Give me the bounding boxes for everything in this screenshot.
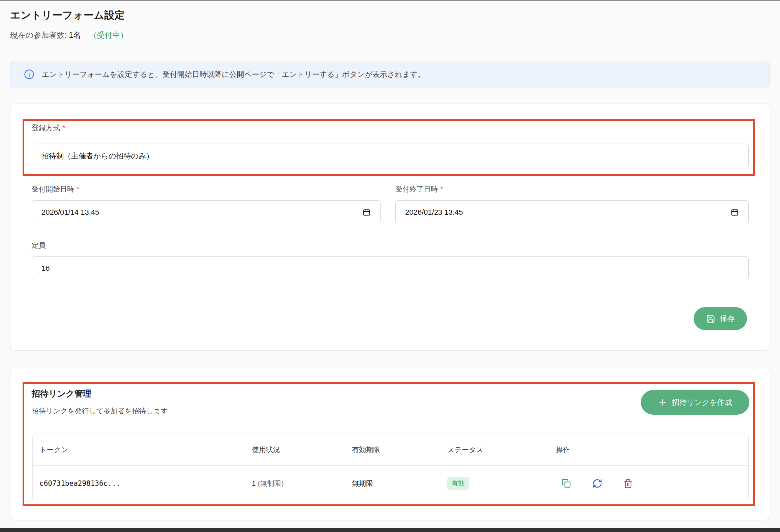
- refresh-icon: [592, 478, 602, 489]
- save-icon: [706, 314, 715, 323]
- page-title: エントリーフォーム設定: [10, 8, 125, 22]
- delete-link-button[interactable]: [623, 479, 633, 489]
- usage-note: (無制限): [258, 479, 284, 487]
- registration-method-value: 招待制（主催者からの招待のみ）: [41, 151, 154, 161]
- trash-icon: [623, 479, 633, 489]
- actions-cell: [549, 478, 748, 489]
- copy-icon: [561, 478, 571, 489]
- participants-label: 現在の参加者数:: [10, 31, 67, 39]
- save-button[interactable]: 保存: [694, 307, 747, 330]
- save-button-label: 保存: [720, 314, 735, 324]
- entry-form-card: 登録方式* 招待制（主催者からの招待のみ） 受付開始日時* 2026/01/14…: [10, 103, 770, 351]
- participants-summary: 現在の参加者数: 1名 （受付中）: [10, 30, 128, 40]
- status-cell: 有効: [441, 477, 549, 490]
- token-value: c60731bea298136c...: [33, 479, 245, 487]
- create-invite-link-label: 招待リンクを作成: [672, 397, 732, 408]
- capacity-value: 16: [41, 264, 50, 273]
- copy-link-button[interactable]: [561, 478, 571, 489]
- start-datetime-value: 2026/01/14 13:45: [41, 208, 362, 217]
- table-header-row: トークン 使用状況 有効期限 ステータス 操作: [33, 434, 748, 466]
- col-header-expiry: 有効期限: [345, 445, 441, 454]
- calendar-icon[interactable]: [730, 208, 739, 216]
- end-datetime-value: 2026/01/23 13:45: [405, 208, 730, 217]
- required-mark: *: [62, 124, 65, 131]
- capacity-label: 定員: [32, 241, 46, 250]
- regenerate-link-button[interactable]: [592, 478, 602, 489]
- end-datetime-input[interactable]: 2026/01/23 13:45: [395, 200, 749, 224]
- usage-value: 1 (無制限): [245, 479, 345, 488]
- create-invite-link-button[interactable]: 招待リンクを作成: [641, 390, 749, 415]
- invite-section-subtitle: 招待リンクを発行して参加者を招待します: [32, 406, 168, 416]
- start-datetime-label: 受付開始日時*: [32, 184, 79, 194]
- table-row: c60731bea298136c... 1 (無制限) 無期限 有効: [33, 466, 748, 501]
- expiry-value: 無期限: [345, 479, 441, 488]
- invite-link-card: 招待リンク管理 招待リンクを発行して参加者を招待します 招待リンクを作成 トーク…: [10, 367, 770, 520]
- calendar-icon[interactable]: [362, 208, 371, 216]
- capacity-input[interactable]: 16: [32, 256, 749, 280]
- col-header-actions: 操作: [549, 445, 748, 454]
- plus-icon: [658, 398, 667, 407]
- status-badge: （受付中）: [89, 31, 128, 39]
- col-header-usage: 使用状況: [245, 445, 345, 454]
- registration-method-select[interactable]: 招待制（主催者からの招待のみ）: [32, 144, 749, 168]
- invite-section-title: 招待リンク管理: [32, 388, 91, 399]
- window-bottom-edge: [0, 528, 780, 532]
- required-mark: *: [440, 185, 443, 193]
- info-banner: エントリーフォームを設定すると、受付開始日時以降に公開ページで「エントリーする」…: [10, 61, 770, 88]
- end-datetime-label: 受付終了日時*: [395, 184, 443, 194]
- registration-method-label: 登録方式*: [32, 123, 65, 132]
- info-icon: [24, 69, 34, 80]
- participants-count: 1名: [69, 31, 81, 39]
- invite-links-table: トークン 使用状況 有効期限 ステータス 操作 c60731bea298136c…: [32, 434, 749, 501]
- status-active-badge: 有効: [447, 477, 469, 490]
- info-banner-text: エントリーフォームを設定すると、受付開始日時以降に公開ページで「エントリーする」…: [42, 69, 425, 80]
- col-header-token: トークン: [33, 445, 245, 454]
- col-header-status: ステータス: [441, 445, 549, 454]
- start-datetime-input[interactable]: 2026/01/14 13:45: [32, 200, 381, 224]
- required-mark: *: [77, 185, 79, 193]
